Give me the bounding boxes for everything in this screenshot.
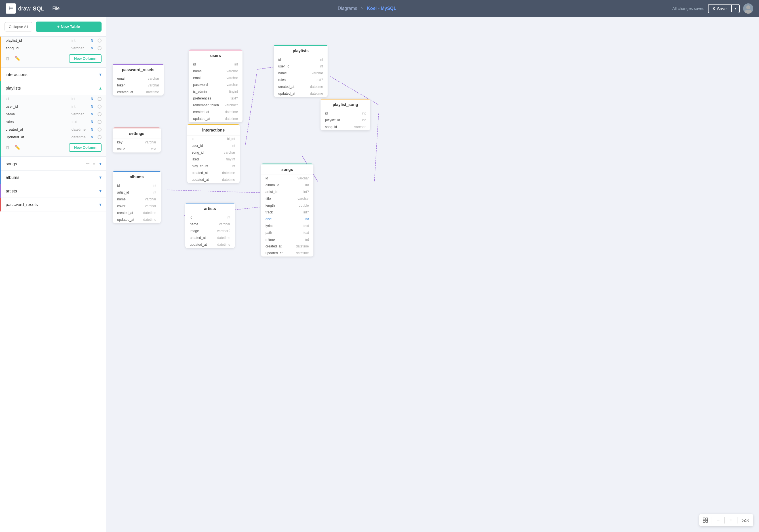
chevron-down-icon: ▾ — [99, 174, 101, 180]
delete-icon[interactable]: 🗑 — [6, 145, 10, 150]
sidebar-table-body-playlists: id int N user_id int N name varchar — [1, 95, 106, 157]
table-row: updated_atdatetime — [187, 176, 240, 183]
table-row: titlevarchar — [261, 195, 313, 202]
sidebar-table-name-password-resets: password_resets — [6, 202, 98, 207]
edit-icon[interactable]: ✏️ — [15, 56, 20, 61]
canvas-table-settings[interactable]: settings keyvarchar valuetext — [113, 128, 161, 152]
zoom-out-button[interactable]: − — [714, 515, 723, 525]
main-layout: Collapse All + New Table playlist_id int… — [0, 17, 759, 532]
logo-sql: SQL — [33, 5, 44, 12]
logo-draw: draw — [18, 5, 30, 12]
canvas-table-artists[interactable]: artists idint namevarchar imagevarchar? … — [185, 203, 235, 248]
reorder-icon[interactable]: ≡ — [93, 161, 96, 167]
sidebar-table-group-playlist-song: playlist_id int N song_id varchar N 🗑 ✏️ — [0, 37, 106, 68]
zoom-in-button[interactable]: + — [726, 515, 736, 525]
sidebar-table-header-password-resets[interactable]: password_resets ▾ — [1, 198, 106, 211]
sidebar-table-header-artists[interactable]: artists ▾ — [1, 184, 106, 198]
table-row: album_idint — [261, 182, 313, 188]
new-table-button[interactable]: + New Table — [36, 21, 101, 32]
table-row: idbigint — [187, 135, 240, 142]
sidebar-table-header-songs[interactable]: songs ✏ ≡ ▾ — [1, 157, 106, 171]
col-null: N — [91, 112, 95, 116]
col-key-circle — [98, 120, 101, 124]
canvas-table-interactions[interactable]: interactions idbigint user_idint song_id… — [187, 124, 240, 183]
canvas-table-header-artists: artists — [185, 203, 235, 214]
table-row: idint — [113, 182, 161, 189]
table-row: created_at datetime N — [6, 126, 101, 133]
table-row: updated_at datetime N — [6, 133, 101, 141]
col-key-circle — [98, 135, 101, 139]
sidebar-table-header-playlists[interactable]: playlists ▴ — [1, 81, 106, 95]
edit-icon[interactable]: ✏️ — [15, 145, 20, 150]
col-null: N — [91, 97, 95, 101]
col-key-circle — [98, 46, 101, 50]
save-button[interactable]: Save ▾ — [708, 4, 740, 13]
save-button-main[interactable]: Save — [708, 5, 731, 13]
sidebar-table-group-albums: albums ▾ — [0, 171, 106, 184]
file-menu[interactable]: File — [50, 5, 62, 12]
table-row: idvarchar — [261, 175, 313, 182]
table-row: remember_tokenvarchar? — [189, 102, 243, 109]
col-null: N — [91, 39, 95, 43]
canvas-table-songs[interactable]: songs idvarchar album_idint artist_idint… — [261, 164, 313, 256]
save-label: Save — [717, 6, 727, 11]
col-name: updated_at — [6, 135, 69, 139]
canvas-table-header-playlist-song: playlist_song — [321, 98, 370, 110]
table-row: namevarchar — [274, 70, 328, 77]
col-null: N — [91, 120, 95, 124]
col-name: playlist_id — [6, 38, 69, 43]
new-column-button-playlists[interactable]: New Column — [69, 143, 101, 152]
col-null: N — [91, 46, 95, 50]
zoom-divider — [737, 517, 738, 523]
canvas-table-playlists[interactable]: playlists idint user_idint namevarchar r… — [274, 45, 328, 97]
table-row: lyricstext — [261, 222, 313, 229]
sidebar-content: playlist_id int N song_id varchar N 🗑 ✏️ — [0, 37, 106, 532]
new-column-button[interactable]: New Column — [69, 54, 101, 63]
col-type: varchar — [71, 46, 89, 50]
table-actions: 🗑 ✏️ New Column — [6, 141, 101, 154]
save-dropdown-arrow[interactable]: ▾ — [731, 5, 739, 12]
table-row: updated_atdatetime — [113, 216, 161, 223]
table-row: likedtinyint — [187, 156, 240, 163]
zoom-divider — [724, 517, 725, 523]
canvas-table-password-resets[interactable]: password_resets emailvarchar tokenvarcha… — [113, 64, 164, 95]
col-key-circle — [98, 97, 101, 101]
sidebar-table-header-albums[interactable]: albums ▾ — [1, 171, 106, 184]
sidebar-table-group-interactions: interactions ▾ — [0, 68, 106, 81]
collapse-all-button[interactable]: Collapse All — [5, 22, 32, 31]
col-null: N — [91, 105, 95, 109]
canvas-table-users[interactable]: users idint namevarchar emailvarchar pas… — [189, 50, 243, 122]
canvas-table-albums[interactable]: albums idint artist_idint namevarchar co… — [113, 171, 161, 223]
canvas-table-playlist-song[interactable]: playlist_song idint playlist_idint song_… — [321, 98, 370, 131]
svg-point-0 — [746, 5, 750, 9]
chevron-down-icon: ▾ — [99, 202, 101, 207]
edit-icon[interactable]: ✏ — [86, 161, 90, 167]
table-row: play_countint — [187, 163, 240, 170]
diagram-canvas[interactable]: users idint namevarchar emailvarchar pas… — [106, 17, 759, 532]
col-type: varchar — [71, 112, 89, 116]
table-row: user_idint — [187, 142, 240, 149]
table-row: trackint? — [261, 209, 313, 216]
table-row: is_admintinyint — [189, 88, 243, 95]
sidebar-table-header-interactions[interactable]: interactions ▾ — [1, 68, 106, 81]
zoom-grid-button[interactable] — [701, 515, 710, 525]
logo-icon: ⊨ — [6, 3, 16, 14]
table-row: created_atdatetime — [189, 109, 243, 115]
svg-line-5 — [167, 190, 261, 193]
zoom-divider — [712, 517, 712, 523]
zoom-controls: − + 52% — [699, 514, 753, 526]
breadcrumb-diagrams[interactable]: Diagrams — [338, 6, 357, 11]
saved-status: All changes saved — [672, 6, 704, 11]
sidebar-table-group-artists: artists ▾ — [0, 184, 106, 198]
user-avatar[interactable] — [743, 3, 753, 14]
delete-icon[interactable]: 🗑 — [6, 56, 10, 61]
canvas-table-header-songs: songs — [261, 164, 313, 175]
sidebar-table-name-artists: artists — [6, 188, 98, 193]
sidebar-table-group-songs: songs ✏ ≡ ▾ — [0, 157, 106, 171]
table-row: created_atdatetime — [274, 83, 328, 90]
table-row: covervarchar — [113, 203, 161, 209]
sidebar-toolbar: Collapse All + New Table — [0, 17, 106, 37]
svg-rect-11 — [703, 520, 705, 522]
table-row: namevarchar — [113, 196, 161, 203]
col-type: text — [71, 120, 89, 124]
